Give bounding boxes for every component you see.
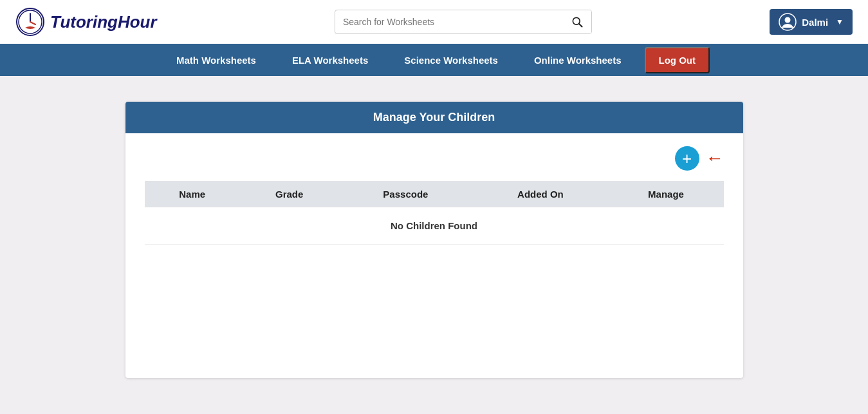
main-content: Manage Your Children + ← Name Grade <box>0 76 868 404</box>
main-nav: Math Worksheets ELA Worksheets Science W… <box>0 44 868 76</box>
empty-row: No Children Found <box>145 207 724 245</box>
svg-line-5 <box>579 24 582 27</box>
nav-math-worksheets[interactable]: Math Worksheets <box>158 46 274 75</box>
search-input[interactable] <box>335 12 563 32</box>
card-header: Manage Your Children <box>125 102 743 133</box>
card-body: + ← Name Grade Passcode <box>125 133 743 378</box>
col-manage: Manage <box>609 181 724 207</box>
arrow-indicator-icon: ← <box>706 149 724 167</box>
dropdown-arrow-icon: ▼ <box>836 17 844 26</box>
nav-online-worksheets[interactable]: Online Worksheets <box>516 46 640 75</box>
add-child-button[interactable]: + <box>675 146 699 171</box>
col-name: Name <box>145 181 240 207</box>
manage-children-card: Manage Your Children + ← Name Grade <box>125 102 743 378</box>
col-grade: Grade <box>240 181 339 207</box>
nav-science-worksheets[interactable]: Science Worksheets <box>386 46 516 75</box>
no-children-message: No Children Found <box>145 207 724 245</box>
search-icon <box>571 15 584 28</box>
nav-ela-worksheets[interactable]: ELA Worksheets <box>274 46 386 75</box>
logout-button[interactable]: Log Out <box>645 47 710 73</box>
add-button-row: + ← <box>145 146 724 171</box>
col-added-on: Added On <box>472 181 608 207</box>
table-header-row: Name Grade Passcode Added On Manage <box>145 181 724 207</box>
user-avatar-icon <box>779 13 797 31</box>
clock-logo-icon <box>15 7 45 37</box>
search-button[interactable] <box>563 10 591 33</box>
col-passcode: Passcode <box>338 181 472 207</box>
logo[interactable]: TutoringHour <box>15 7 157 37</box>
svg-point-7 <box>785 17 791 23</box>
table-header: Name Grade Passcode Added On Manage <box>145 181 724 207</box>
logo-text: TutoringHour <box>50 12 157 32</box>
site-header: TutoringHour Dalmi ▼ <box>0 0 868 44</box>
children-table: Name Grade Passcode Added On Manage <box>145 181 724 245</box>
search-bar[interactable] <box>335 10 592 34</box>
table-body: No Children Found <box>145 207 724 245</box>
user-menu[interactable]: Dalmi ▼ <box>770 9 853 35</box>
user-name-label: Dalmi <box>802 17 828 28</box>
